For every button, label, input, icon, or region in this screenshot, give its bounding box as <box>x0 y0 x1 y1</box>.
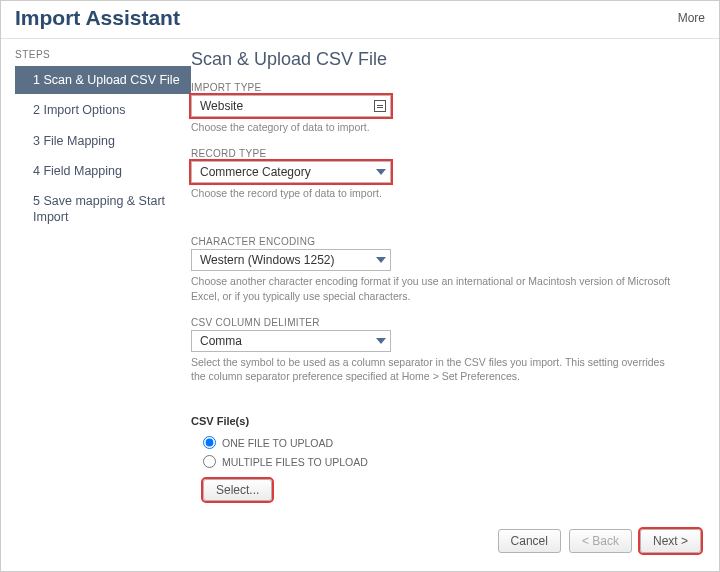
chevron-down-icon <box>376 257 386 263</box>
chevron-down-icon <box>376 169 386 175</box>
step-2[interactable]: 2 Import Options <box>15 96 191 124</box>
section-title: Scan & Upload CSV File <box>191 49 705 70</box>
select-file-button[interactable]: Select... <box>203 479 272 501</box>
radio-one-file-input[interactable] <box>203 436 216 449</box>
wizard-footer: Cancel < Back Next > <box>191 517 705 557</box>
char-encoding-value: Western (Windows 1252) <box>200 253 335 267</box>
step-4[interactable]: 4 Field Mapping <box>15 157 191 185</box>
delimiter-label: CSV COLUMN DELIMITER <box>191 317 705 328</box>
radio-one-file-label: ONE FILE TO UPLOAD <box>222 437 333 449</box>
import-type-select[interactable]: Website <box>191 95 391 117</box>
delimiter-select[interactable]: Comma <box>191 330 391 352</box>
chevron-down-icon <box>376 338 386 344</box>
radio-multi-file[interactable]: MULTIPLE FILES TO UPLOAD <box>191 452 705 471</box>
char-encoding-helper: Choose another character encoding format… <box>191 274 681 302</box>
import-type-value: Website <box>200 99 243 113</box>
more-link[interactable]: More <box>678 11 705 25</box>
record-type-label: RECORD TYPE <box>191 148 705 159</box>
page-title: Import Assistant <box>15 6 180 30</box>
record-type-value: Commerce Category <box>200 165 311 179</box>
import-type-label: IMPORT TYPE <box>191 82 705 93</box>
radio-multi-file-label: MULTIPLE FILES TO UPLOAD <box>222 456 368 468</box>
import-type-helper: Choose the category of data to import. <box>191 120 681 134</box>
step-3[interactable]: 3 File Mapping <box>15 127 191 155</box>
steps-heading: STEPS <box>15 49 191 60</box>
cancel-button[interactable]: Cancel <box>498 529 561 553</box>
main-panel: Scan & Upload CSV File IMPORT TYPE Websi… <box>191 39 719 567</box>
list-icon <box>374 100 386 112</box>
back-button: < Back <box>569 529 632 553</box>
steps-sidebar: STEPS 1 Scan & Upload CSV File 2 Import … <box>1 39 191 567</box>
csv-files-heading: CSV File(s) <box>191 415 705 427</box>
step-1[interactable]: 1 Scan & Upload CSV File <box>15 66 191 94</box>
step-5[interactable]: 5 Save mapping & Start Import <box>15 187 191 232</box>
radio-one-file[interactable]: ONE FILE TO UPLOAD <box>191 433 705 452</box>
char-encoding-select[interactable]: Western (Windows 1252) <box>191 249 391 271</box>
char-encoding-label: CHARACTER ENCODING <box>191 236 705 247</box>
delimiter-value: Comma <box>200 334 242 348</box>
radio-multi-file-input[interactable] <box>203 455 216 468</box>
record-type-helper: Choose the record type of data to import… <box>191 186 681 200</box>
next-button[interactable]: Next > <box>640 529 701 553</box>
delimiter-helper: Select the symbol to be used as a column… <box>191 355 681 383</box>
record-type-select[interactable]: Commerce Category <box>191 161 391 183</box>
